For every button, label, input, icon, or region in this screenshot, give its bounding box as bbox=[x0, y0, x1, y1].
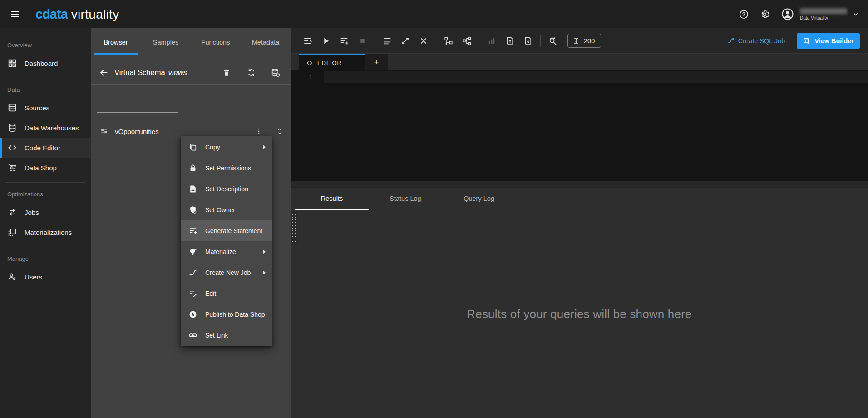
menu-item-publish-to-data-shop[interactable]: Publish to Data Shop bbox=[181, 304, 272, 325]
sidebar-item-data-shop[interactable]: Data Shop bbox=[0, 158, 91, 178]
editor-tab-strip: EDITOR + bbox=[291, 54, 868, 70]
menu-item-set-description[interactable]: Set Description bbox=[181, 179, 272, 199]
tab-status-log[interactable]: Status Log bbox=[369, 188, 442, 210]
sidebar-divider bbox=[5, 78, 85, 78]
editor-tab[interactable]: EDITOR bbox=[299, 54, 365, 70]
menu-item-copy[interactable]: Copy... bbox=[181, 137, 272, 158]
results-empty-message: Results of your queries will be shown he… bbox=[291, 210, 868, 418]
import-file-icon[interactable] bbox=[501, 32, 519, 50]
tab-label: Metadata bbox=[252, 39, 279, 46]
sidebar-item-jobs[interactable]: Jobs bbox=[0, 202, 91, 222]
sql-editor[interactable]: 1 bbox=[291, 70, 868, 181]
menu-item-label: Set Permissions bbox=[205, 164, 251, 172]
tab-query-log[interactable]: Query Log bbox=[442, 188, 516, 210]
clear-editor-icon[interactable] bbox=[414, 32, 433, 50]
sidebar-item-label: Data Shop bbox=[25, 164, 57, 172]
left-nav-sidebar: Overview Dashboard Data Sources Data War… bbox=[0, 28, 91, 418]
row-limit-input[interactable]: 200 bbox=[567, 34, 601, 48]
plus-icon: + bbox=[374, 57, 379, 67]
toggle-comment-icon[interactable] bbox=[396, 32, 414, 50]
svg-text:?: ? bbox=[742, 11, 745, 17]
menu-item-generate-statement[interactable]: Generate Statement bbox=[181, 220, 272, 241]
editor-tab-label: EDITOR bbox=[317, 60, 342, 66]
avatar-icon bbox=[780, 6, 795, 22]
menu-item-set-link[interactable]: Set Link bbox=[181, 325, 272, 346]
export-file-icon[interactable] bbox=[519, 32, 537, 50]
view-builder-icon bbox=[803, 37, 811, 45]
results-splitter[interactable] bbox=[291, 181, 868, 187]
panel-resize-handle[interactable] bbox=[291, 212, 297, 243]
sidebar-item-label: Materializations bbox=[25, 229, 72, 236]
run-query-icon[interactable] bbox=[317, 32, 335, 50]
brand-logo: cdata virtuality bbox=[35, 7, 119, 22]
stop-query-icon bbox=[353, 32, 371, 50]
find-replace-icon[interactable] bbox=[544, 32, 562, 50]
schema-search-input[interactable] bbox=[101, 102, 183, 110]
menu-item-label: Set Owner bbox=[205, 206, 235, 214]
collapse-lines-icon[interactable] bbox=[299, 32, 317, 50]
create-sql-job-label: Create SQL Job bbox=[738, 37, 785, 45]
delete-schema-icon[interactable] bbox=[221, 67, 232, 79]
toolbar-right: Create SQL Job View Builder bbox=[727, 33, 868, 49]
tree-item-actions bbox=[253, 126, 285, 137]
editor-toolbar: 200 Create SQL Job View Builder bbox=[291, 28, 868, 54]
sidebar-item-label: Jobs bbox=[25, 209, 39, 216]
brand-virtuality: virtuality bbox=[71, 7, 119, 22]
tab-label: Status Log bbox=[390, 195, 421, 202]
menu-item-materialize[interactable]: Materialize bbox=[181, 241, 272, 262]
toolbar-separator bbox=[436, 35, 436, 47]
tab-browser[interactable]: Browser bbox=[91, 28, 141, 56]
chevron-down-icon bbox=[852, 10, 860, 18]
brand-cdata: cdata bbox=[35, 7, 68, 22]
menu-item-label: Materialize bbox=[205, 248, 236, 255]
sidebar-item-data-warehouses[interactable]: Data Warehouses bbox=[0, 118, 91, 138]
view-builder-button[interactable]: View Builder bbox=[797, 33, 860, 49]
dependencies-icon[interactable] bbox=[458, 32, 476, 50]
sidebar-item-users[interactable]: Users bbox=[0, 267, 91, 287]
menu-item-label: Generate Statement bbox=[205, 227, 262, 234]
results-panel: Results Status Log Query Log Results of … bbox=[291, 187, 868, 418]
tab-functions[interactable]: Functions bbox=[191, 28, 241, 56]
help-icon[interactable]: ? bbox=[735, 5, 753, 23]
query-plan-icon[interactable] bbox=[439, 32, 458, 50]
format-sql-icon[interactable] bbox=[378, 32, 396, 50]
settings-gear-icon[interactable] bbox=[755, 5, 774, 23]
menu-item-set-owner[interactable]: Set Owner bbox=[181, 199, 272, 220]
tab-samples[interactable]: Samples bbox=[141, 28, 191, 56]
results-tab-strip: Results Status Log Query Log bbox=[291, 188, 868, 210]
menu-item-edit[interactable]: Edit bbox=[181, 283, 272, 304]
create-job-icon bbox=[188, 268, 197, 277]
toolbar-separator bbox=[479, 35, 479, 47]
menu-item-create-new-job[interactable]: Create New Job bbox=[181, 262, 272, 283]
sidebar-item-dashboard[interactable]: Dashboard bbox=[0, 53, 91, 73]
publish-icon bbox=[188, 310, 197, 319]
sidebar-item-code-editor[interactable]: Code Editor bbox=[0, 138, 91, 158]
new-editor-tab-button[interactable]: + bbox=[365, 54, 388, 70]
tab-results[interactable]: Results bbox=[295, 188, 369, 210]
sidebar-item-materializations[interactable]: Materializations bbox=[0, 222, 91, 242]
sidebar-item-label: Users bbox=[25, 273, 42, 281]
unfold-icon[interactable] bbox=[274, 126, 285, 137]
tab-metadata[interactable]: Metadata bbox=[241, 28, 291, 56]
sidebar-item-label: Dashboard bbox=[25, 60, 58, 67]
tab-label: Browser bbox=[104, 39, 128, 46]
tab-strip-lead bbox=[291, 54, 299, 70]
user-account-menu[interactable]: Data Virtuality bbox=[780, 6, 860, 22]
sidebar-divider bbox=[5, 247, 85, 247]
back-arrow-icon[interactable] bbox=[96, 65, 112, 80]
line-number: 1 bbox=[291, 71, 324, 83]
current-line-highlight bbox=[324, 71, 868, 83]
menu-item-label: Publish to Data Shop bbox=[205, 311, 265, 318]
row-limit-icon bbox=[572, 37, 580, 45]
generate-statement-toolbar-icon[interactable] bbox=[335, 32, 353, 50]
refresh-schema-icon[interactable] bbox=[245, 67, 257, 79]
hamburger-menu-icon[interactable] bbox=[5, 4, 25, 25]
kebab-menu-icon[interactable] bbox=[253, 126, 264, 137]
database-sync-icon[interactable] bbox=[270, 67, 281, 79]
create-sql-job-link[interactable]: Create SQL Job bbox=[727, 37, 785, 45]
sidebar-item-sources[interactable]: Sources bbox=[0, 98, 91, 118]
menu-item-label: Edit bbox=[205, 290, 216, 297]
schema-header: Virtual Schema views bbox=[91, 61, 291, 85]
menu-item-set-permissions[interactable]: Set Permissions bbox=[181, 158, 272, 179]
sidebar-item-label: Data Warehouses bbox=[25, 124, 79, 132]
